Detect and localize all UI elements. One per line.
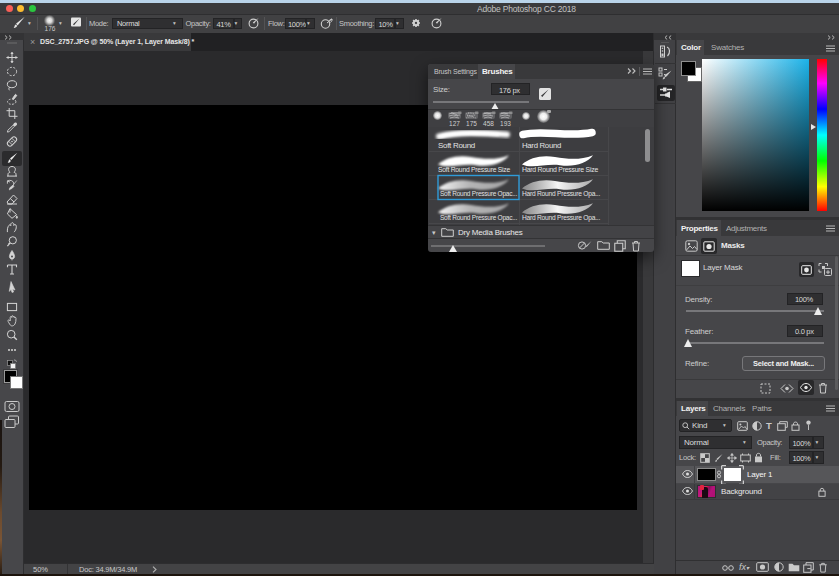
svg-text:Hard Round: Hard Round [522, 142, 561, 149]
svg-text:175: 175 [466, 120, 477, 127]
svg-text:Soft Round Pressure Size: Soft Round Pressure Size [438, 166, 510, 173]
svg-text:Soft Round: Soft Round [438, 142, 475, 149]
svg-text:458: 458 [483, 120, 494, 127]
svg-text:Soft Round Pressure Opac...: Soft Round Pressure Opac... [440, 214, 517, 222]
svg-text:127: 127 [449, 120, 460, 127]
svg-text:Hard Round Pressure Opa...: Hard Round Pressure Opa... [522, 214, 600, 222]
svg-text:Soft Round Pressure Opac...: Soft Round Pressure Opac... [440, 190, 517, 198]
svg-text:193: 193 [500, 120, 511, 127]
svg-text:Hard Round Pressure Opa...: Hard Round Pressure Opa... [522, 190, 600, 198]
svg-text:Hard Round Pressure Size: Hard Round Pressure Size [522, 166, 598, 173]
